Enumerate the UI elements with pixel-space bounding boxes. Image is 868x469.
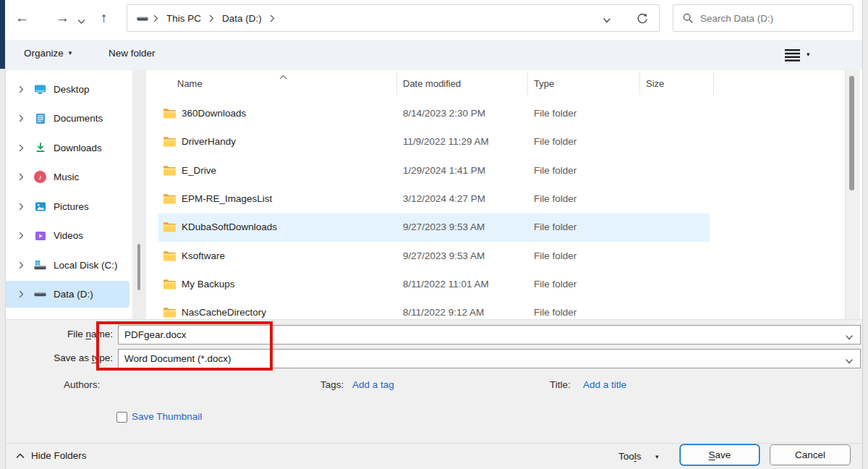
sidebar-item-downloads[interactable]: Downloads bbox=[5, 135, 129, 161]
sidebar-item-label: Data (D:) bbox=[54, 289, 93, 300]
forward-icon[interactable]: → bbox=[56, 11, 69, 25]
sidebar-item-videos[interactable]: Videos bbox=[5, 222, 129, 249]
file-name: DriverHandy bbox=[182, 136, 236, 147]
sidebar-item-label: Documents bbox=[54, 113, 103, 124]
column-header-size[interactable]: Size bbox=[646, 78, 664, 89]
address-bar[interactable]: This PC Data (D:) bbox=[127, 4, 660, 32]
background-window-edge bbox=[862, 0, 868, 469]
file-row[interactable]: My Backups 8/11/2022 11:01 AM File folde… bbox=[158, 271, 710, 299]
title-label: Title: bbox=[550, 379, 571, 390]
file-name-input[interactable]: PDFgear.docx bbox=[118, 325, 861, 345]
file-row[interactable]: NasCacheDirectory 8/11/2022 9:12 AM File… bbox=[158, 299, 710, 319]
file-date-modified: 9/27/2023 9:53 AM bbox=[403, 221, 485, 232]
file-date-modified: 3/12/2024 4:27 PM bbox=[403, 193, 485, 204]
save-thumbnail-checkbox[interactable] bbox=[116, 412, 127, 423]
column-header-date-modified[interactable]: Date modified bbox=[403, 78, 461, 89]
column-separator bbox=[713, 72, 714, 95]
file-row[interactable]: Ksoftware 9/27/2023 9:53 AM File folder bbox=[158, 242, 710, 271]
authors-label: Authors: bbox=[64, 379, 100, 390]
file-list-scrollbar-thumb[interactable] bbox=[849, 76, 854, 190]
search-icon bbox=[682, 12, 694, 24]
file-date-modified: 1/29/2024 1:41 PM bbox=[403, 165, 485, 176]
file-date-modified: 9/27/2023 9:53 AM bbox=[403, 250, 485, 261]
breadcrumb-item-data-d[interactable]: Data (D:) bbox=[219, 13, 265, 24]
folder-icon bbox=[163, 279, 176, 290]
drive-icon bbox=[34, 289, 46, 300]
sidebar-item-label: Desktop bbox=[54, 84, 90, 95]
music-icon: ♪ bbox=[34, 171, 46, 183]
documents-icon bbox=[34, 113, 46, 124]
cancel-button[interactable]: Cancel bbox=[770, 444, 851, 465]
chevron-down-icon[interactable] bbox=[845, 356, 854, 367]
main-pane: Desktop Documents Downloads ♪ Music Pict… bbox=[0, 70, 868, 319]
local-disk-icon bbox=[34, 260, 46, 271]
expand-chevron-icon[interactable] bbox=[18, 232, 25, 240]
file-row[interactable]: EPM-RE_ImagesList 3/12/2024 4:27 PM File… bbox=[158, 185, 710, 214]
breadcrumb-chevron-icon[interactable] bbox=[153, 14, 159, 22]
folder-icon bbox=[163, 250, 176, 262]
up-icon[interactable]: ↑ bbox=[101, 11, 108, 25]
sidebar-item-data-d[interactable]: Data (D:) bbox=[5, 281, 129, 308]
view-mode-icon[interactable] bbox=[784, 48, 801, 64]
expand-chevron-icon[interactable] bbox=[18, 85, 25, 93]
file-row[interactable]: E_Drive 1/29/2024 1:41 PM File folder bbox=[158, 157, 710, 185]
back-icon[interactable]: ← bbox=[15, 11, 29, 25]
save-as-dialog: ← → ↑ This PC Data (D:) bbox=[0, 0, 868, 469]
add-a-title-link[interactable]: Add a title bbox=[583, 379, 626, 390]
sidebar-item-desktop[interactable]: Desktop bbox=[5, 76, 129, 103]
sidebar-item-music[interactable]: ♪ Music bbox=[5, 164, 129, 190]
expand-chevron-icon[interactable] bbox=[18, 173, 25, 181]
new-folder-label: New folder bbox=[109, 48, 156, 59]
sidebar-item-label: Videos bbox=[54, 230, 83, 241]
expand-chevron-icon[interactable] bbox=[18, 144, 25, 152]
file-name: EPM-RE_ImagesList bbox=[182, 193, 272, 204]
sidebar-scrollbar-thumb[interactable] bbox=[137, 244, 140, 290]
breadcrumb-chevron-icon[interactable] bbox=[269, 14, 276, 22]
recent-locations-chevron-icon[interactable] bbox=[77, 16, 85, 27]
save-as-type-select[interactable]: Word Document (*.docx) bbox=[118, 349, 861, 368]
file-type: File folder bbox=[534, 221, 576, 232]
view-mode-dropdown-icon[interactable]: ▾ bbox=[807, 51, 810, 58]
save-thumbnail-label[interactable]: Save Thumbnail bbox=[132, 411, 202, 422]
address-dropdown-chevron-icon[interactable] bbox=[603, 15, 611, 26]
expand-chevron-icon[interactable] bbox=[18, 261, 25, 269]
search-box[interactable]: Search Data (D:) bbox=[673, 4, 854, 32]
file-name-value: PDFgear.docx bbox=[124, 329, 187, 340]
folder-icon bbox=[163, 108, 176, 119]
column-header-type[interactable]: Type bbox=[534, 78, 554, 89]
tools-dropdown-icon[interactable]: ▾ bbox=[655, 454, 659, 460]
dropdown-triangle-icon: ▾ bbox=[69, 50, 72, 56]
expand-chevron-icon[interactable] bbox=[18, 114, 25, 122]
save-as-type-label: Save as type: bbox=[26, 352, 113, 363]
chevron-up-icon bbox=[16, 450, 25, 461]
save-button[interactable]: Save bbox=[680, 444, 760, 465]
column-separator bbox=[396, 72, 397, 95]
expand-chevron-icon[interactable] bbox=[18, 290, 25, 298]
organize-label: Organize bbox=[24, 48, 64, 59]
sidebar-item-label: Local Disk (C:) bbox=[54, 260, 118, 271]
refresh-icon[interactable] bbox=[636, 12, 649, 28]
sidebar-item-pictures[interactable]: Pictures bbox=[5, 193, 129, 220]
sidebar-item-documents[interactable]: Documents bbox=[5, 105, 129, 132]
tools-button[interactable]: Tools bbox=[618, 451, 642, 462]
expand-chevron-icon[interactable] bbox=[18, 203, 25, 211]
sidebar-item-local-disk-c[interactable]: Local Disk (C:) bbox=[5, 252, 129, 279]
chevron-down-icon[interactable] bbox=[845, 332, 854, 343]
file-name: NasCacheDirectory bbox=[182, 307, 266, 318]
file-row[interactable]: DriverHandy 11/9/2022 11:29 AM File fold… bbox=[158, 128, 710, 156]
breadcrumb-chevron-icon[interactable] bbox=[208, 14, 215, 22]
breadcrumb-item-this-pc[interactable]: This PC bbox=[163, 13, 204, 24]
file-name: E_Drive bbox=[182, 165, 216, 176]
hide-folders-button[interactable]: Hide Folders bbox=[16, 450, 87, 461]
column-header-name[interactable]: Name bbox=[177, 78, 203, 89]
file-row[interactable]: 360Downloads 8/14/2023 2:30 PM File fold… bbox=[158, 100, 710, 128]
file-row-selected[interactable]: KDubaSoftDownloads 9/27/2023 9:53 AM Fil… bbox=[158, 214, 710, 242]
file-type: File folder bbox=[534, 108, 576, 119]
organize-button[interactable]: Organize ▾ bbox=[24, 48, 72, 59]
file-name: 360Downloads bbox=[182, 108, 246, 119]
column-separator bbox=[639, 72, 640, 95]
add-a-tag-link[interactable]: Add a tag bbox=[352, 379, 394, 390]
file-type: File folder bbox=[534, 250, 576, 261]
hide-folders-label: Hide Folders bbox=[31, 450, 87, 461]
new-folder-button[interactable]: New folder bbox=[109, 48, 156, 59]
